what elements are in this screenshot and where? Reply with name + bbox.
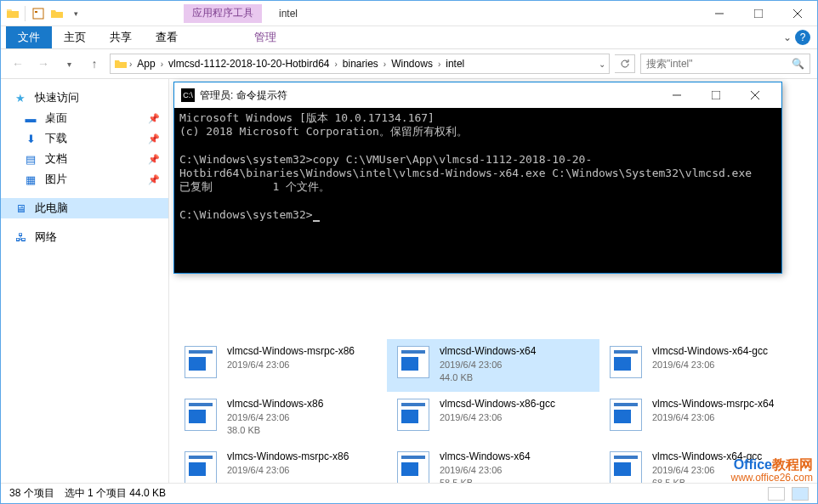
- cmd-close-button[interactable]: [736, 82, 775, 108]
- search-input[interactable]: [646, 58, 792, 70]
- file-size: 44.0 KB: [440, 371, 536, 384]
- exe-icon: [395, 397, 431, 433]
- folder-icon: [6, 7, 20, 20]
- file-date: 2019/6/4 23:06: [652, 411, 774, 424]
- tab-manage[interactable]: 管理: [242, 26, 288, 48]
- file-date: 2019/6/4 23:06: [440, 411, 555, 424]
- breadcrumb-seg[interactable]: Windows: [388, 58, 436, 70]
- svg-rect-3: [754, 9, 763, 18]
- star-icon: ★: [13, 90, 28, 105]
- qat-properties-icon[interactable]: [31, 6, 46, 21]
- cmd-minimize-button[interactable]: [657, 82, 696, 108]
- recent-dropdown-icon[interactable]: ▾: [59, 54, 79, 74]
- window-title: intel: [279, 8, 298, 20]
- breadcrumb-seg[interactable]: intel: [442, 58, 468, 70]
- file-item[interactable]: vlmcsd-Windows-x862019/6/4 23:0638.0 KB: [174, 392, 387, 445]
- context-tab: 应用程序工具: [184, 4, 262, 23]
- address-dropdown-icon[interactable]: ⌄: [599, 59, 605, 69]
- view-details-button[interactable]: [768, 487, 785, 501]
- qat-newfolder-icon[interactable]: [49, 6, 65, 21]
- close-button[interactable]: [778, 1, 817, 26]
- pin-icon: 📌: [148, 154, 160, 165]
- exe-icon: [395, 450, 431, 483]
- file-name: vlmcsd-Windows-x86-gcc: [440, 397, 555, 411]
- status-bar: 38 个项目 选中 1 个项目 44.0 KB: [1, 483, 817, 503]
- cmd-maximize-button[interactable]: [696, 82, 736, 108]
- tab-file[interactable]: 文件: [6, 26, 52, 48]
- file-item[interactable]: vlmcsd-Windows-msrpc-x862019/6/4 23:06: [174, 339, 387, 392]
- picture-icon: ▦: [23, 172, 38, 187]
- sidebar: ★快速访问 ▬桌面📌 ⬇下载📌 ▤文档📌 ▦图片📌 🖥此电脑 🖧网络: [1, 79, 169, 483]
- svg-rect-0: [33, 8, 43, 19]
- exe-icon: [608, 450, 644, 483]
- file-item[interactable]: vlmcsd-Windows-x64-gcc2019/6/4 23:06: [599, 339, 812, 392]
- sidebar-quick-access[interactable]: ★快速访问: [1, 88, 168, 108]
- svg-rect-7: [712, 91, 720, 99]
- file-name: vlmcsd-Windows-x64-gcc: [652, 344, 768, 359]
- breadcrumb-seg[interactable]: App: [133, 58, 158, 70]
- status-selection: 选中 1 个项目 44.0 KB: [65, 486, 166, 501]
- file-date: 2019/6/4 23:06: [440, 464, 531, 477]
- tab-home[interactable]: 主页: [52, 26, 98, 48]
- file-size: 38.0 KB: [227, 424, 323, 437]
- forward-button[interactable]: →: [33, 54, 54, 74]
- tab-share[interactable]: 共享: [98, 26, 144, 48]
- document-icon: ▤: [23, 151, 38, 167]
- file-name: vlmcs-Windows-x64: [440, 450, 531, 464]
- help-icon[interactable]: ?: [795, 30, 810, 45]
- file-date: 2019/6/4 23:06: [652, 359, 768, 371]
- cmd-window: C:\ 管理员: 命令提示符 Microsoft Windows [版本 10.…: [173, 82, 782, 274]
- tab-view[interactable]: 查看: [144, 26, 190, 48]
- search-icon[interactable]: 🔍: [792, 58, 804, 70]
- cmd-output[interactable]: Microsoft Windows [版本 10.0.17134.167] (c…: [174, 108, 781, 273]
- status-item-count: 38 个项目: [9, 486, 54, 501]
- pin-icon: 📌: [148, 174, 160, 185]
- cmd-title-text: 管理员: 命令提示符: [200, 88, 287, 103]
- back-button[interactable]: ←: [8, 54, 28, 74]
- qat-dropdown-icon[interactable]: ▾: [68, 6, 83, 21]
- file-name: vlmcsd-Windows-msrpc-x86: [227, 344, 355, 359]
- view-large-button[interactable]: [792, 487, 809, 501]
- exe-icon: [183, 397, 219, 433]
- minimize-button[interactable]: [700, 1, 739, 26]
- maximize-button[interactable]: [739, 1, 778, 26]
- watermark: Office教程网 www.office26.com: [731, 457, 814, 484]
- file-date: 2019/6/4 23:06: [227, 464, 349, 477]
- sidebar-desktop[interactable]: ▬桌面📌: [1, 108, 168, 128]
- pin-icon: 📌: [148, 133, 160, 144]
- file-name: vlmcs-Windows-msrpc-x64: [652, 397, 774, 411]
- ribbon-collapse-icon[interactable]: ⌄: [783, 31, 792, 43]
- file-size: 58.5 KB: [440, 477, 531, 483]
- breadcrumb-seg[interactable]: vlmcsd-1112-2018-10-20-Hotbird64: [165, 58, 332, 70]
- refresh-button[interactable]: [615, 54, 635, 73]
- search-box[interactable]: 🔍: [640, 54, 810, 74]
- exe-icon: [608, 397, 644, 433]
- up-button[interactable]: ↑: [84, 54, 105, 74]
- cmd-titlebar[interactable]: C:\ 管理员: 命令提示符: [174, 82, 781, 108]
- file-item[interactable]: vlmcs-Windows-msrpc-x642019/6/4 23:06: [599, 392, 812, 445]
- pc-icon: 🖥: [13, 201, 28, 216]
- sidebar-downloads[interactable]: ⬇下载📌: [1, 128, 168, 149]
- file-item[interactable]: vlmcsd-Windows-x642019/6/4 23:0644.0 KB: [387, 339, 599, 392]
- pin-icon: 📌: [148, 113, 160, 124]
- breadcrumb-seg[interactable]: binaries: [339, 58, 382, 70]
- sidebar-documents[interactable]: ▤文档📌: [1, 149, 168, 169]
- folder-icon: [114, 57, 128, 71]
- titlebar: ▾ 应用程序工具 intel: [1, 1, 817, 26]
- exe-icon: [395, 344, 431, 380]
- download-icon: ⬇: [23, 131, 38, 146]
- file-item[interactable]: vlmcs-Windows-x642019/6/4 23:0658.5 KB: [387, 445, 599, 483]
- exe-icon: [183, 344, 219, 380]
- desktop-icon: ▬: [23, 110, 38, 126]
- exe-icon: [608, 344, 644, 380]
- address-bar[interactable]: › App› vlmcsd-1112-2018-10-20-Hotbird64›…: [110, 54, 610, 74]
- sidebar-pictures[interactable]: ▦图片📌: [1, 169, 168, 190]
- sidebar-network[interactable]: 🖧网络: [1, 227, 168, 247]
- file-item[interactable]: vlmcs-Windows-msrpc-x862019/6/4 23:06: [174, 445, 387, 483]
- sidebar-this-pc[interactable]: 🖥此电脑: [1, 198, 168, 218]
- exe-icon: [183, 450, 219, 483]
- file-date: 2019/6/4 23:06: [440, 359, 536, 371]
- navbar: ← → ▾ ↑ › App› vlmcsd-1112-2018-10-20-Ho…: [1, 49, 817, 78]
- chevron-right-icon[interactable]: ›: [128, 59, 133, 69]
- file-item[interactable]: vlmcsd-Windows-x86-gcc2019/6/4 23:06: [387, 392, 599, 445]
